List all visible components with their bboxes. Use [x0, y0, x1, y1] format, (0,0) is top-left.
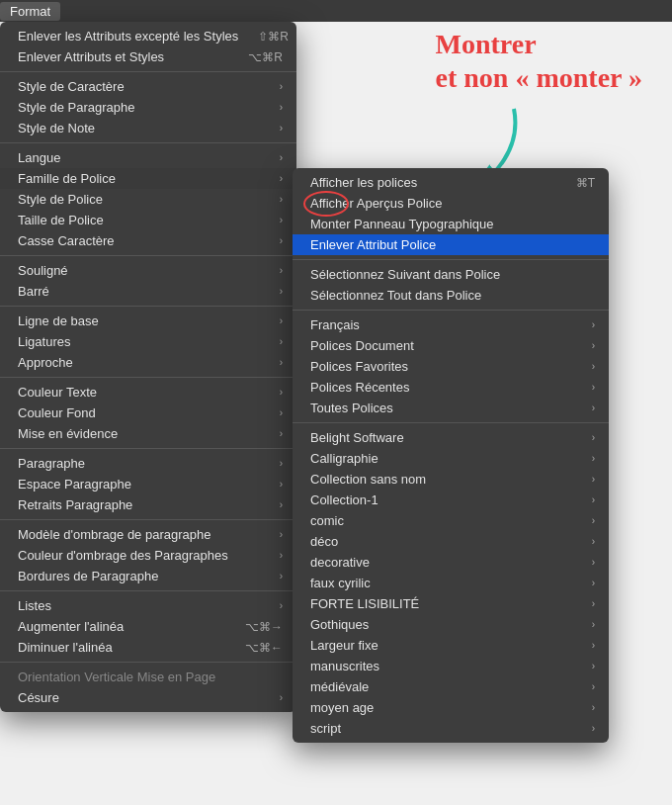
menu-item-label: Diminuer l'alinéa	[18, 640, 113, 655]
secondary-menu-item-11[interactable]: Polices Récentes›	[293, 377, 609, 398]
menu-divider-15	[0, 306, 296, 307]
submenu-arrow-icon: ›	[592, 557, 595, 568]
secondary-menu-item-17[interactable]: Collection-1›	[293, 490, 609, 510]
primary-menu-item-7[interactable]: Langue›	[0, 147, 296, 168]
menu-item-label: Polices Favorites	[310, 359, 408, 374]
annotation-callout: Montrer et non « monter »	[436, 28, 642, 94]
menu-item-label: Espace Paragraphe	[18, 477, 131, 492]
primary-menu-item-30[interactable]: Bordures de Paragraphe›	[0, 566, 296, 586]
menu-item-label: Césure	[18, 690, 59, 705]
menu-item-label: Français	[310, 317, 360, 332]
primary-menu-item-8[interactable]: Famille de Police›	[0, 168, 296, 189]
secondary-menu-item-10[interactable]: Polices Favorites›	[293, 356, 609, 377]
secondary-menu-item-1[interactable]: Afficher Aperçus Police	[293, 193, 609, 214]
primary-menu-item-10[interactable]: Taille de Police›	[0, 210, 296, 230]
primary-menu-item-29[interactable]: Couleur d'ombrage des Paragraphes›	[0, 545, 296, 566]
primary-menu-item-16[interactable]: Ligne de base›	[0, 311, 296, 331]
secondary-menu-item-16[interactable]: Collection sans nom›	[293, 469, 609, 490]
submenu-arrow-icon: ›	[280, 336, 283, 347]
primary-menu-item-24[interactable]: Paragraphe›	[0, 453, 296, 474]
menu-item-label: FORTE LISIBILITÉ	[310, 596, 419, 611]
menu-item-label: moyen age	[310, 700, 374, 715]
secondary-menu-item-21[interactable]: faux cyrilic›	[293, 573, 609, 593]
menu-item-label: Enlever les Attributs excepté les Styles	[18, 29, 238, 44]
menu-item-label: faux cyrilic	[310, 576, 371, 590]
submenu-arrow-icon: ›	[280, 550, 283, 561]
secondary-menu-item-28[interactable]: script›	[293, 718, 609, 739]
secondary-menu-item-15[interactable]: Calligraphie›	[293, 448, 609, 469]
menu-item-label: Belight Software	[310, 430, 404, 445]
menu-item-label: Modèle d'ombrage de paragraphe	[18, 527, 210, 542]
primary-menu-item-25[interactable]: Espace Paragraphe›	[0, 474, 296, 494]
menu-divider-19	[0, 377, 296, 378]
menu-item-label: Style de Paragraphe	[18, 100, 135, 115]
secondary-menu-item-0[interactable]: Afficher les polices⌘T	[293, 172, 609, 193]
primary-menu-item-18[interactable]: Approche›	[0, 352, 296, 373]
primary-menu-item-26[interactable]: Retraits Paragraphe›	[0, 494, 296, 515]
annotation-line1: Montrer	[436, 28, 642, 61]
primary-menu-item-17[interactable]: Ligatures›	[0, 331, 296, 352]
primary-menu-item-0[interactable]: Enlever les Attributs excepté les Styles…	[0, 26, 296, 46]
submenu-arrow-icon: ›	[592, 723, 595, 734]
menu-item-label: Afficher Aperçus Police	[310, 196, 442, 211]
primary-menu-item-37[interactable]: Césure›	[0, 687, 296, 708]
menu-item-label: Style de Caractère	[18, 79, 125, 94]
submenu-arrow-icon: ›	[280, 315, 283, 326]
secondary-menu-item-5[interactable]: Sélectionnez Suivant dans Police	[293, 264, 609, 285]
submenu-arrow-icon: ›	[592, 702, 595, 713]
submenu-arrow-icon: ›	[280, 529, 283, 540]
primary-menu-item-9[interactable]: Style de Police›	[0, 189, 296, 210]
secondary-menu-item-27[interactable]: moyen age›	[293, 697, 609, 718]
primary-menu-item-13[interactable]: Souligné›	[0, 260, 296, 281]
primary-menu-item-32[interactable]: Listes›	[0, 595, 296, 616]
menu-item-label: Ligatures	[18, 334, 70, 349]
menu-divider-6	[0, 142, 296, 143]
menu-item-shortcut: ⌥⌘←	[245, 641, 283, 655]
menu-divider-2	[0, 71, 296, 72]
secondary-menu-item-9[interactable]: Polices Document›	[293, 335, 609, 356]
format-menu-trigger[interactable]: Format	[0, 2, 60, 21]
menu-item-label: Famille de Police	[18, 171, 116, 186]
secondary-menu-item-2[interactable]: Monter Panneau Typographique	[293, 214, 609, 234]
menu-item-label: Ligne de base	[18, 313, 99, 328]
primary-menu-item-5[interactable]: Style de Note›	[0, 118, 296, 138]
secondary-menu-item-14[interactable]: Belight Software›	[293, 427, 609, 448]
secondary-menu-item-26[interactable]: médiévale›	[293, 676, 609, 697]
primary-menu-item-4[interactable]: Style de Paragraphe›	[0, 97, 296, 118]
secondary-menu-item-20[interactable]: decorative›	[293, 552, 609, 573]
primary-menu-item-11[interactable]: Casse Caractère›	[0, 230, 296, 251]
primary-menu-item-28[interactable]: Modèle d'ombrage de paragraphe›	[0, 524, 296, 545]
primary-menu-item-3[interactable]: Style de Caractère›	[0, 76, 296, 97]
secondary-menu-item-24[interactable]: Largeur fixe›	[293, 635, 609, 656]
primary-menu-item-22[interactable]: Mise en évidence›	[0, 423, 296, 444]
primary-menu-item-14[interactable]: Barré›	[0, 281, 296, 302]
secondary-menu-item-3[interactable]: Enlever Attribut Police	[293, 234, 609, 255]
menu-item-label: Couleur Texte	[18, 385, 97, 400]
secondary-menu-item-22[interactable]: FORTE LISIBILITÉ›	[293, 593, 609, 614]
menu-item-label: comic	[310, 513, 344, 528]
submenu-arrow-icon: ›	[280, 357, 283, 368]
submenu-arrow-icon: ›	[592, 619, 595, 630]
secondary-menu-item-19[interactable]: déco›	[293, 531, 609, 552]
secondary-menu-item-8[interactable]: Français›	[293, 314, 609, 335]
secondary-menu-item-23[interactable]: Gothiques›	[293, 614, 609, 635]
secondary-menu-item-12[interactable]: Toutes Polices›	[293, 398, 609, 418]
submenu-arrow-icon: ›	[280, 407, 283, 418]
menu-item-label: Couleur Fond	[18, 405, 96, 420]
secondary-menu-item-25[interactable]: manuscrites›	[293, 656, 609, 676]
primary-menu-item-36: Orientation Verticale Mise en Page	[0, 667, 296, 687]
menu-item-label: Gothiques	[310, 617, 369, 632]
secondary-menu-item-6[interactable]: Sélectionnez Tout dans Police	[293, 285, 609, 306]
menu-divider-23	[0, 448, 296, 449]
menu-item-label: médiévale	[310, 679, 369, 694]
annotation-line2: et non « monter »	[436, 61, 642, 95]
primary-menu-item-20[interactable]: Couleur Texte›	[0, 382, 296, 402]
menu-divider-12	[0, 255, 296, 256]
primary-menu-item-1[interactable]: Enlever Attributs et Styles⌥⌘R	[0, 46, 296, 67]
submenu-arrow-icon: ›	[280, 428, 283, 439]
secondary-menu-item-18[interactable]: comic›	[293, 510, 609, 531]
primary-menu-item-21[interactable]: Couleur Fond›	[0, 402, 296, 423]
primary-menu-item-33[interactable]: Augmenter l'alinéa⌥⌘→	[0, 616, 296, 637]
primary-menu-item-34[interactable]: Diminuer l'alinéa⌥⌘←	[0, 637, 296, 658]
menu-item-label: Casse Caractère	[18, 233, 115, 248]
